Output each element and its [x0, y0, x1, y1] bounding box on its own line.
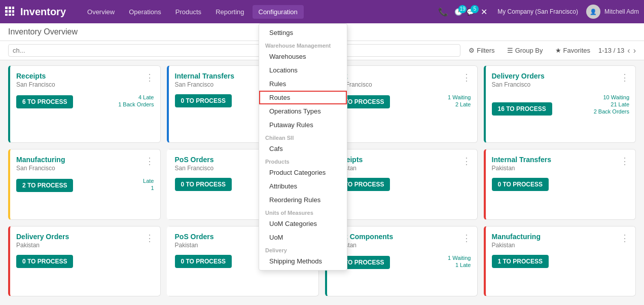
phone-icon[interactable]: 📞: [436, 5, 450, 19]
card-location: San Francisco: [16, 165, 65, 172]
svg-rect-1: [9, 7, 11, 9]
menu-item-uom-categories[interactable]: UoM Categories: [259, 217, 347, 231]
card-stats: 1 Waiting1 Late: [448, 255, 471, 269]
card-location: Pakistan: [492, 242, 541, 249]
process-btn[interactable]: 0 TO PROCESS: [492, 178, 549, 191]
menu-item-shipping-methods[interactable]: Shipping Methods: [259, 254, 347, 268]
process-btn[interactable]: 0 TO PROCESS: [175, 94, 232, 107]
menu-item-rules[interactable]: Rules: [259, 77, 347, 91]
card-item: Pick Components Pakistan ⋮ 0 TO PROCESS …: [325, 226, 478, 296]
menu-item-putaway-rules[interactable]: Putaway Rules: [259, 118, 347, 132]
card-menu-btn[interactable]: ⋮: [145, 156, 154, 167]
menu-item-product-categories[interactable]: Product Categories: [259, 166, 347, 179]
menu-item-warehouses[interactable]: Warehouses: [259, 50, 347, 63]
card-body: 2 TO PROCESS Late1: [16, 178, 154, 192]
favorites-btn[interactable]: ★ Favorites: [551, 45, 594, 56]
groupby-btn[interactable]: ☰ Group By: [503, 45, 547, 56]
card-body: 1 TO PROCESS: [492, 255, 630, 268]
clock-badge-btn[interactable]: 🕐 19: [454, 8, 462, 16]
search-input[interactable]: [8, 44, 460, 57]
menu-item-settings[interactable]: Settings: [259, 26, 347, 40]
card-header: Manufacturing San Francisco ⋮: [16, 156, 154, 172]
pagination-text: 1-13 / 13: [598, 47, 624, 54]
card-menu-btn[interactable]: ⋮: [462, 72, 471, 83]
prev-page-btn[interactable]: ‹: [627, 46, 630, 55]
card-title[interactable]: Manufacturing: [16, 156, 65, 164]
card-title[interactable]: Receipts: [16, 72, 55, 80]
close-icon[interactable]: ✕: [479, 5, 489, 19]
process-btn[interactable]: 16 TO PROCESS: [492, 102, 552, 116]
nav-overview[interactable]: Overview: [81, 5, 121, 19]
card-item: Receipts Pakistan ⋮ 0 TO PROCESS: [325, 149, 478, 219]
card-stats: 4 Late1 Back Orders: [118, 94, 154, 108]
card-menu-btn[interactable]: ⋮: [462, 156, 471, 167]
card-title[interactable]: PoS Orders: [175, 156, 214, 164]
card-header: Manufacturing Pakistan ⋮: [492, 233, 630, 249]
nav-products[interactable]: Products: [169, 5, 207, 19]
groupby-label: Group By: [515, 47, 543, 54]
nav-right: 📞 🕐 19 💬 5 ✕ My Company (San Francisco) …: [436, 5, 639, 19]
favorites-label: Favorites: [563, 47, 590, 54]
star-icon: ★: [555, 47, 561, 54]
card-header: Delivery Orders San Francisco ⋮: [492, 72, 630, 88]
card-title[interactable]: Internal Transfers: [492, 156, 552, 164]
card-header: Receipts Pakistan ⋮: [333, 156, 471, 172]
filters-btn[interactable]: ⚙ Filters: [464, 45, 498, 56]
app-brand: Inventory: [20, 6, 66, 18]
process-btn[interactable]: 0 TO PROCESS: [16, 255, 73, 268]
card-menu-btn[interactable]: ⋮: [145, 72, 154, 83]
card-menu-btn[interactable]: ⋮: [620, 156, 629, 167]
menu-item-uom[interactable]: UoM: [259, 231, 347, 244]
card-menu-btn[interactable]: ⋮: [462, 233, 471, 244]
nav-reporting[interactable]: Reporting: [209, 5, 250, 19]
card-title[interactable]: Delivery Orders: [16, 233, 69, 241]
card-location: San Francisco: [492, 81, 545, 88]
card-title[interactable]: PoS Orders: [175, 233, 214, 241]
filters-label: Filters: [477, 47, 494, 54]
card-title[interactable]: Internal Transfers: [175, 72, 235, 80]
next-page-btn[interactable]: ›: [633, 46, 636, 55]
page-title: Inventory Overview: [8, 27, 78, 36]
process-btn[interactable]: 6 TO PROCESS: [16, 95, 73, 108]
menu-item-attributes[interactable]: Attributes: [259, 179, 347, 193]
menu-item-routes[interactable]: Routes: [259, 91, 347, 104]
card-item: Internal Transfers Pakistan ⋮ 0 TO PROCE…: [484, 149, 636, 219]
avatar[interactable]: 👤: [586, 5, 600, 19]
process-btn[interactable]: 0 TO PROCESS: [175, 178, 232, 191]
menu-item-locations[interactable]: Locations: [259, 63, 347, 77]
svg-rect-7: [9, 14, 11, 16]
stat-item: 1 Waiting: [448, 255, 471, 261]
svg-rect-5: [12, 10, 14, 13]
card-item: Pick San Francisco ⋮ 2 TO PROCESS 1 Wait…: [325, 65, 478, 143]
card-stats: 1 Waiting2 Late: [448, 94, 471, 108]
clock-badge: 19: [458, 5, 467, 13]
card-menu-btn[interactable]: ⋮: [145, 233, 154, 244]
nav-operations[interactable]: Operations: [123, 5, 167, 19]
card-menu-btn[interactable]: ⋮: [620, 72, 629, 83]
chat-badge-btn[interactable]: 💬 5: [467, 8, 475, 16]
grid-icon[interactable]: [5, 7, 14, 17]
card-stats: 10 Waiting21 Late2 Back Orders: [594, 94, 629, 116]
process-btn[interactable]: 0 TO PROCESS: [175, 255, 232, 268]
menu-item-reordering-rules[interactable]: Reordering Rules: [259, 193, 347, 207]
menu-section-header: Delivery: [259, 244, 347, 254]
card-body: 0 TO PROCESS: [16, 255, 154, 268]
stat-item: 10 Waiting: [594, 94, 629, 100]
nav-configuration[interactable]: Configuration: [253, 5, 304, 19]
pagination: 1-13 / 13 ‹ ›: [598, 46, 636, 55]
stat-item: 4 Late: [118, 94, 154, 100]
card-menu-btn[interactable]: ⋮: [620, 233, 629, 244]
card-title[interactable]: Delivery Orders: [492, 72, 545, 80]
menu-item-cafs[interactable]: Cafs: [259, 142, 347, 156]
svg-rect-6: [5, 14, 8, 16]
card-location: San Francisco: [175, 81, 235, 88]
svg-rect-4: [9, 10, 11, 13]
card-stats: Late1: [143, 178, 154, 192]
card-title[interactable]: Manufacturing: [492, 233, 541, 241]
process-btn[interactable]: 2 TO PROCESS: [16, 179, 73, 192]
process-btn[interactable]: 1 TO PROCESS: [492, 255, 549, 268]
navbar: Inventory Overview Operations Products R…: [0, 0, 644, 23]
menu-section-header: Units of Measures: [259, 207, 347, 217]
menu-item-operations-types[interactable]: Operations Types: [259, 104, 347, 118]
card-body: 0 TO PROCESS: [333, 178, 471, 191]
